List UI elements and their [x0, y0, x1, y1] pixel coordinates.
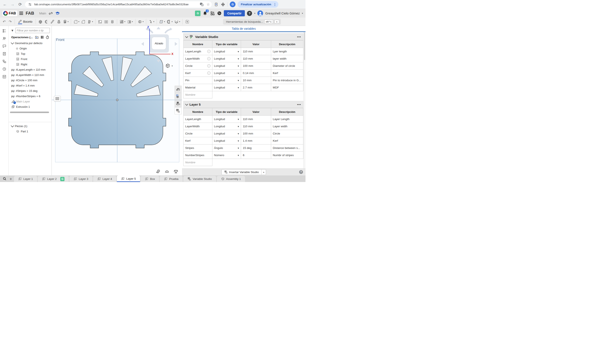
- share-button[interactable]: Compartir: [224, 10, 245, 16]
- outline-panel-icon[interactable]: [2, 29, 6, 33]
- variable-name-cell[interactable]: LayerLengthi: [183, 48, 212, 55]
- info-icon[interactable]: i: [207, 50, 210, 53]
- rotate-left-step-icon[interactable]: [141, 42, 144, 46]
- add-tab-button[interactable]: +: [8, 176, 14, 182]
- view-cube-menu[interactable]: ▾: [165, 63, 173, 68]
- chevron-down-icon[interactable]: [11, 124, 14, 128]
- bookmark-star-icon[interactable]: ☆: [206, 2, 210, 7]
- variable-value-cell[interactable]: 1.4 mm: [241, 137, 271, 144]
- tree-item-extrusion[interactable]: Extrusión 1: [9, 104, 52, 109]
- variable-name-cell[interactable]: NumberStripes: [183, 152, 212, 159]
- user-name[interactable]: Greayshell Cielo Gómez: [265, 12, 300, 15]
- fillet-button[interactable]: ▾: [73, 19, 80, 25]
- dropdown-caret-icon[interactable]: ▼: [237, 72, 240, 74]
- undo-button[interactable]: ↶: [2, 19, 7, 24]
- surface-button[interactable]: ▾: [159, 19, 166, 25]
- variable-value-cell[interactable]: 110 mm: [241, 123, 271, 130]
- section-header[interactable]: Variable Studio•••: [183, 33, 303, 40]
- variable-value-cell[interactable]: 15 deg: [241, 144, 271, 152]
- dropdown-caret-icon[interactable]: ▼: [237, 118, 240, 120]
- tree-item-variable[interactable]: (x)#LayerWidth = 110 mm: [9, 72, 52, 78]
- plane-view-label[interactable]: Front: [56, 38, 65, 42]
- tab-layer-4[interactable]: Layer 4: [93, 176, 116, 182]
- sketch-list-button[interactable]: [54, 96, 61, 101]
- new-variable-name-input[interactable]: Nombre: [183, 159, 212, 166]
- chevron-down-icon[interactable]: [185, 103, 188, 106]
- site-settings-icon[interactable]: [27, 2, 32, 7]
- variable-description-cell[interactable]: Layer Length: [271, 116, 303, 123]
- variable-description-cell[interactable]: Lyer length: [271, 48, 303, 55]
- tree-item-variable[interactable]: (x)#Stripes = 15 deg: [9, 88, 52, 93]
- view-orientation-label[interactable]: Alzado: [152, 37, 166, 49]
- info-icon[interactable]: i: [207, 57, 210, 60]
- dropdown-caret-icon[interactable]: ▼: [237, 125, 240, 128]
- chamfer-button[interactable]: [81, 19, 86, 25]
- tab-layer-5[interactable]: Layer 5: [117, 175, 140, 182]
- new-folder-icon[interactable]: [35, 35, 39, 39]
- mirror-button[interactable]: ▾: [127, 19, 133, 25]
- translate-icon[interactable]: [199, 2, 204, 7]
- tab-assembly-1[interactable]: Assembly 1: [217, 176, 245, 182]
- view-cube-face[interactable]: Alzado: [149, 34, 169, 52]
- dropdown-caret-icon[interactable]: ▼: [237, 57, 240, 60]
- apps-grid-icon[interactable]: [210, 11, 215, 16]
- variable-value-cell[interactable]: 110 mm: [241, 55, 271, 62]
- tab-prueba[interactable]: Prueba: [160, 176, 183, 182]
- tree-item-origin[interactable]: ⊙Origin: [9, 46, 52, 51]
- filter-input[interactable]: [15, 28, 50, 33]
- tree-item-variable[interactable]: (x)#Circle = 100 mm: [9, 78, 52, 83]
- dropdown-caret-icon[interactable]: ▼: [237, 86, 240, 89]
- view-orientation-widget[interactable]: Alzado Z X: [143, 27, 175, 62]
- variable-name-cell[interactable]: Pin: [183, 77, 212, 84]
- dropdown-caret-icon[interactable]: ▼: [237, 140, 240, 142]
- browser-reload-button[interactable]: ⟳: [17, 2, 23, 7]
- variable-description-cell[interactable]: Diameter of circle: [271, 62, 303, 70]
- chevron-down-icon[interactable]: [11, 41, 14, 45]
- sketch-button[interactable]: Boceto: [17, 18, 34, 25]
- hole-button[interactable]: [104, 19, 109, 25]
- variable-value-cell[interactable]: 110 mm: [241, 116, 271, 123]
- tree-item-right[interactable]: Right: [9, 62, 52, 67]
- shell-button[interactable]: [97, 19, 103, 25]
- variable-table-panel-button[interactable]: [175, 107, 182, 114]
- tree-item-front[interactable]: Front: [9, 56, 52, 62]
- performance-timer-icon[interactable]: [45, 35, 50, 39]
- variable-type-select[interactable]: Longitud▼: [212, 55, 241, 62]
- variable-type-select[interactable]: Longitud▼: [212, 84, 241, 91]
- draft-button[interactable]: ▾: [87, 19, 93, 25]
- browser-menu-icon[interactable]: ⋮: [273, 2, 277, 6]
- browser-forward-button[interactable]: →: [10, 2, 15, 7]
- tree-item-part[interactable]: Part 1: [9, 129, 52, 134]
- tab-search-icon[interactable]: [1, 175, 8, 182]
- browser-back-button[interactable]: ←: [2, 2, 8, 7]
- user-avatar[interactable]: [257, 10, 263, 16]
- workspace-name[interactable]: Main: [39, 12, 46, 15]
- extensions-puzzle-icon[interactable]: [221, 2, 225, 7]
- tree-item-default-geometry[interactable]: Geometría por defecto: [9, 40, 52, 46]
- tab-layer-3[interactable]: Layer 3: [69, 176, 92, 182]
- versions-icon[interactable]: [2, 59, 6, 64]
- insert-options-caret-icon[interactable]: ▴: [261, 169, 266, 175]
- variable-type-select[interactable]: Longitud▼: [212, 70, 241, 77]
- insert-variable-studio-button[interactable]: Insertar Variable Studio ▴: [221, 169, 266, 175]
- suspend-rollback-icon[interactable]: [41, 36, 43, 39]
- graphics-canvas[interactable]: Front: [52, 26, 182, 175]
- tree-item-top[interactable]: Top: [9, 51, 52, 56]
- variable-description-cell[interactable]: Distance between s...: [271, 144, 303, 152]
- section-menu-icon[interactable]: •••: [297, 103, 301, 106]
- boolean-button[interactable]: ▾: [137, 19, 144, 25]
- tilt-up-arrow-icon[interactable]: [156, 27, 160, 29]
- share-link-icon[interactable]: [48, 11, 53, 16]
- sweep-button[interactable]: [50, 19, 55, 25]
- tab-layer-2[interactable]: Layer 2G: [38, 176, 69, 182]
- mass-properties-icon[interactable]: [174, 169, 178, 174]
- thicken-button[interactable]: ▾: [62, 19, 69, 25]
- tree-horizontal-scrollbar[interactable]: [10, 112, 49, 113]
- finish-update-button[interactable]: Finalizar actualización ⋮: [238, 1, 278, 8]
- variable-description-cell[interactable]: Layer width: [271, 123, 303, 130]
- variable-type-select[interactable]: Longitud▼: [212, 130, 241, 137]
- loft-button[interactable]: [56, 19, 62, 25]
- dropdown-caret-icon[interactable]: ▼: [237, 79, 240, 81]
- dropdown-caret-icon[interactable]: ▼: [237, 132, 240, 135]
- variable-value-cell[interactable]: 0.14 mm: [241, 70, 271, 77]
